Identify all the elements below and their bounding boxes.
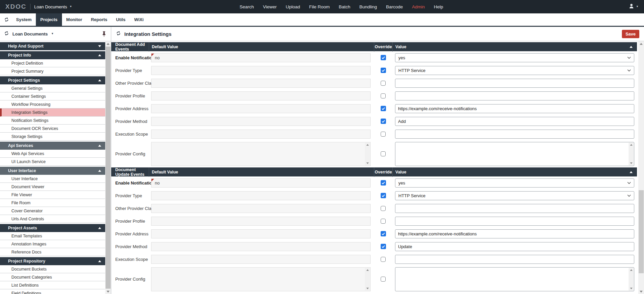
sidebar-section-header-project-info[interactable]: Project Info [0, 51, 105, 59]
navbar-menu-item-viewer[interactable]: Viewer [263, 4, 277, 9]
sidebar-scrollbar[interactable] [105, 41, 111, 294]
scroll-up-icon[interactable] [629, 268, 634, 272]
scroll-down-icon[interactable] [105, 289, 111, 294]
sidebar-item-document-buckets[interactable]: Document Buckets [0, 265, 105, 273]
refresh-icon[interactable] [4, 31, 9, 37]
value-textarea[interactable] [395, 142, 634, 166]
override-checkbox[interactable] [381, 132, 386, 137]
value-input[interactable] [395, 255, 634, 264]
scrollbar-thumb[interactable] [639, 190, 644, 273]
tab-reports[interactable]: Reports [86, 13, 112, 26]
sidebar-item-notification-settings[interactable]: Notification Settings [0, 117, 105, 125]
navbar-menu-item-batch[interactable]: Batch [339, 4, 350, 9]
override-checkbox[interactable] [381, 219, 386, 224]
navbar-menu-item-admin[interactable]: Admin [412, 4, 425, 9]
scroll-down-icon[interactable] [638, 289, 644, 294]
scroll-up-icon[interactable] [105, 41, 111, 46]
override-checkbox[interactable] [381, 277, 386, 282]
scroll-up-icon[interactable] [638, 41, 644, 46]
tab-monitor[interactable]: Monitor [62, 13, 87, 26]
refresh-icon[interactable] [116, 31, 121, 37]
sidebar-item-file-viewer[interactable]: File Viewer [0, 191, 105, 199]
sidebar-item-reference-docs[interactable]: Reference Docs [0, 248, 105, 256]
sidebar-section-header-api-services[interactable]: Api Services [0, 142, 105, 150]
sidebar-item-general-settings[interactable]: General Settings [0, 84, 105, 92]
navbar-menu-item-search[interactable]: Search [240, 4, 254, 9]
sidebar-section-header-project-settings[interactable]: Project Settings [0, 76, 105, 84]
sidebar-item-user-interface[interactable]: User Interface [0, 175, 105, 183]
sidebar-section-header-user-interface[interactable]: User Interface [0, 167, 105, 175]
navbar-menu-item-upload[interactable]: Upload [286, 4, 300, 9]
main-scrollbar[interactable] [638, 41, 644, 294]
textarea-scrollbar[interactable] [629, 268, 634, 291]
sidebar-item-integration-settings[interactable]: Integration Settings [0, 108, 105, 117]
scroll-down-icon[interactable] [629, 161, 634, 165]
sidebar-item-list-definitions[interactable]: List Definitions [0, 281, 105, 289]
override-checkbox[interactable] [381, 81, 386, 86]
user-menu[interactable]: ▼ [629, 3, 639, 10]
override-checkbox[interactable] [381, 206, 386, 211]
sidebar-item-workflow-processing[interactable]: Workflow Processing [0, 100, 105, 108]
sidebar-section-header-project-assets[interactable]: Project Assets [0, 224, 105, 232]
navbar-menu-item-barcode[interactable]: Barcode [386, 4, 403, 9]
sidebar-item-web-api-services[interactable]: Web Api Services [0, 150, 105, 158]
tab-wixi[interactable]: WiXi [130, 13, 148, 26]
save-button[interactable]: Save [622, 30, 639, 38]
textarea-scrollbar[interactable] [629, 143, 634, 165]
navbar-menu-item-help[interactable]: Help [434, 4, 443, 9]
value-select[interactable]: HTTP Service [395, 191, 634, 200]
value-input[interactable] [395, 91, 634, 100]
tab-utils[interactable]: Utils [112, 13, 130, 26]
navbar-menu-item-bundling[interactable]: Bundling [360, 4, 377, 9]
value-input[interactable] [395, 130, 634, 139]
sidebar-item-field-definitions[interactable]: Field Definitions [0, 289, 105, 294]
override-checkbox[interactable] [381, 55, 386, 60]
override-checkbox[interactable] [381, 244, 386, 249]
value-input[interactable] [395, 104, 634, 113]
value-input[interactable] [395, 79, 634, 88]
override-checkbox[interactable] [381, 180, 386, 186]
refresh-icon[interactable] [3, 13, 12, 26]
value-input[interactable] [395, 242, 634, 251]
override-checkbox[interactable] [381, 193, 386, 198]
sidebar-project-selector[interactable]: Loan Documents [12, 31, 48, 36]
override-checkbox[interactable] [381, 231, 386, 236]
sidebar-item-document-categories[interactable]: Document Categories [0, 273, 105, 281]
override-checkbox[interactable] [381, 106, 386, 111]
override-checkbox[interactable] [381, 68, 386, 73]
sidebar-item-urls-and-controls[interactable]: Urls And Controls [0, 215, 105, 223]
sidebar-section-header-project-repository[interactable]: Project Repository [0, 257, 105, 265]
sidebar-item-project-summary[interactable]: Project Summary [0, 67, 105, 75]
value-input[interactable] [395, 117, 634, 126]
navbar-project-selector[interactable]: Loan Documents ▼ [34, 4, 72, 9]
sidebar-section-header-help-and-support[interactable]: Help And Support [0, 42, 105, 50]
scroll-down-icon[interactable] [629, 286, 634, 291]
value-select[interactable]: yes [395, 53, 634, 62]
navbar-menu-item-file-room[interactable]: File Room [309, 4, 330, 9]
tab-projects[interactable]: Projects [36, 13, 62, 26]
pin-icon[interactable] [102, 31, 106, 37]
sidebar-item-document-ocr-services[interactable]: Document OCR Services [0, 125, 105, 133]
sidebar-item-storage-settings[interactable]: Storage Settings [0, 133, 105, 141]
collapse-icon[interactable] [630, 171, 633, 173]
override-checkbox[interactable] [381, 119, 386, 124]
scroll-up-icon[interactable] [629, 143, 634, 147]
collapse-icon[interactable] [630, 46, 633, 48]
sidebar-item-annotation-images[interactable]: Annotation Images [0, 240, 105, 248]
sidebar-item-ui-launch-service[interactable]: UI Launch Service [0, 158, 105, 166]
value-input[interactable] [395, 229, 634, 238]
sidebar-item-file-room[interactable]: File Room [0, 199, 105, 207]
sidebar-item-email-templates[interactable]: Email Templates [0, 232, 105, 240]
value-select[interactable]: yes [395, 178, 634, 188]
sidebar-item-document-viewer[interactable]: Document Viewer [0, 183, 105, 191]
tab-system[interactable]: System [12, 13, 36, 26]
override-checkbox[interactable] [381, 151, 386, 156]
scrollbar-thumb[interactable] [106, 47, 111, 289]
override-checkbox[interactable] [381, 257, 386, 262]
sidebar-item-container-settings[interactable]: Container Settings [0, 92, 105, 100]
value-input[interactable] [395, 204, 634, 213]
value-input[interactable] [395, 217, 634, 226]
override-checkbox[interactable] [381, 93, 386, 98]
sidebar-item-project-definition[interactable]: Project Definition [0, 59, 105, 67]
value-textarea[interactable] [395, 267, 634, 291]
